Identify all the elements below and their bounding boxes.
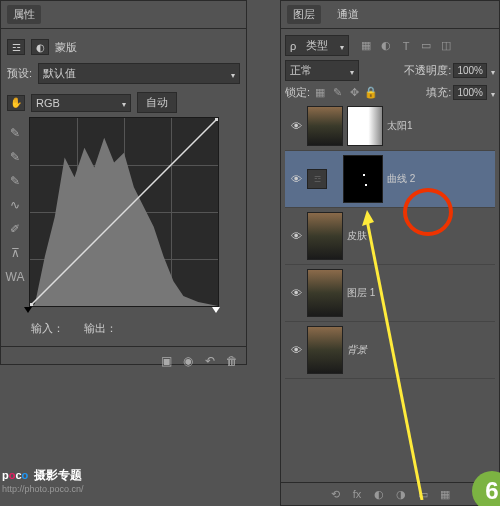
new-adjustment-icon[interactable]: ◑ [394,487,408,501]
link-layers-icon[interactable]: ⟲ [328,487,342,501]
tab-properties[interactable]: 属性 [7,5,41,24]
black-point-handle[interactable] [24,307,32,313]
view-previous-icon[interactable]: ◉ [180,353,196,369]
layer-thumb[interactable] [307,212,343,260]
lock-pixels-icon[interactable]: ✎ [330,86,344,100]
chevron-down-icon [229,68,235,80]
layer-row[interactable]: 👁 ☲ 曲线 2 [285,151,495,208]
curves-graph[interactable] [29,117,219,307]
layer-row[interactable]: 👁 太阳1 [285,102,495,151]
preset-value: 默认值 [43,66,76,81]
hand-icon[interactable]: WA [7,269,23,285]
filter-text-icon[interactable]: T [399,39,413,53]
chevron-down-icon [120,97,126,109]
chevron-down-icon[interactable] [489,65,495,77]
clip-icon[interactable]: ⊼ [7,245,23,261]
eyedropper-icon[interactable]: ✎ [7,125,23,141]
filter-smart-icon[interactable]: ◫ [439,39,453,53]
opacity-value[interactable]: 100% [453,63,487,78]
reset-icon[interactable]: ↶ [202,353,218,369]
add-mask-icon[interactable]: ◐ [372,487,386,501]
watermark: poco 摄影专题 http://photo.poco.cn/ [2,461,84,494]
layer-row[interactable]: 👁 背景 [285,322,495,379]
clip-to-layer-icon[interactable]: ▣ [158,353,174,369]
chevron-down-icon[interactable] [489,87,495,99]
svg-line-1 [30,118,218,306]
visibility-icon[interactable]: 👁 [289,344,303,356]
layer-name[interactable]: 背景 [347,343,491,357]
layer-name[interactable]: 皮肤 [347,229,491,243]
layer-mask-thumb[interactable] [347,106,383,146]
channel-dropdown[interactable]: RGB [31,94,131,112]
visibility-icon[interactable]: 👁 [289,230,303,242]
blend-mode-value: 正常 [290,63,312,78]
properties-panel: 属性 ☲ ◐ 蒙版 预设: 默认值 ✋ RGB 自动 ✎ ✎ [0,0,247,365]
mask-label: 蒙版 [55,40,77,55]
auto-button[interactable]: 自动 [137,92,177,113]
channel-value: RGB [36,97,60,109]
layer-row[interactable]: 👁 图层 1 [285,265,495,322]
new-layer-icon[interactable]: ▦ [438,487,452,501]
filter-pixel-icon[interactable]: ▦ [359,39,373,53]
visibility-icon[interactable]: 👁 [289,287,303,299]
logo: poco 摄影专题 [2,461,84,484]
input-label: 输入： [31,321,64,336]
svg-rect-3 [215,118,218,121]
layers-panel: 图层 通道 ρ类型 ▦ ◐ T ▭ ◫ 正常 不透明度: 100% [280,0,500,506]
svg-rect-2 [30,303,33,306]
blend-mode-dropdown[interactable]: 正常 [285,60,359,81]
tab-layers[interactable]: 图层 [287,5,321,24]
layer-thumb[interactable] [307,269,343,317]
layer-thumb[interactable] [307,326,343,374]
layers-footer: ⟲ fx ◐ ◑ ▭ ▦ [281,482,499,505]
white-point-handle[interactable] [212,307,220,313]
layer-name[interactable]: 图层 1 [347,286,491,300]
fill-label: 填充: [426,85,451,100]
lock-all-icon[interactable]: 🔒 [364,86,378,100]
lock-transparent-icon[interactable]: ▦ [313,86,327,100]
filter-type-value: 类型 [306,38,328,53]
chevron-down-icon [338,40,344,52]
curve-line [30,118,218,306]
curves-adjustment-icon[interactable]: ☲ [7,39,25,55]
preset-label: 预设: [7,66,32,81]
layer-fx-icon[interactable]: fx [350,487,364,501]
black-white-slider[interactable] [27,307,217,317]
properties-header: 属性 [1,1,246,29]
filter-shape-icon[interactable]: ▭ [419,39,433,53]
watermark-url: http://photo.poco.cn/ [2,484,84,494]
filter-type-dropdown[interactable]: ρ类型 [285,35,349,56]
trash-icon[interactable]: 🗑 [224,353,240,369]
properties-footer: ▣ ◉ ↶ 🗑 [1,346,246,375]
fill-value[interactable]: 100% [453,85,487,100]
layer-name[interactable]: 太阳1 [387,119,491,133]
eyedropper-plus-icon[interactable]: ✎ [7,149,23,165]
new-group-icon[interactable]: ▭ [416,487,430,501]
lock-label: 锁定: [285,85,310,100]
mask-icon[interactable]: ◐ [31,39,49,55]
visibility-icon[interactable]: 👁 [289,120,303,132]
pencil-curve-icon[interactable]: ✐ [7,221,23,237]
curves-tool-column: ✎ ✎ ✎ ∿ ✐ ⊼ WA [7,117,25,307]
smooth-curve-icon[interactable]: ∿ [7,197,23,213]
opacity-label: 不透明度: [404,63,451,78]
preset-dropdown[interactable]: 默认值 [38,63,240,84]
layer-row[interactable]: 👁 皮肤 [285,208,495,265]
chevron-down-icon [348,65,354,77]
output-label: 输出： [84,321,117,336]
finger-tool-icon[interactable]: ✋ [7,95,25,111]
lock-position-icon[interactable]: ✥ [347,86,361,100]
eyedropper-minus-icon[interactable]: ✎ [7,173,23,189]
tab-channels[interactable]: 通道 [331,5,365,24]
layer-name[interactable]: 曲线 2 [387,172,491,186]
layer-mask-thumb[interactable] [343,155,383,203]
adjustment-thumb[interactable]: ☲ [307,169,327,189]
layers-header: 图层 通道 [281,1,499,29]
visibility-icon[interactable]: 👁 [289,173,303,185]
layer-thumb[interactable] [307,106,343,146]
filter-adjust-icon[interactable]: ◐ [379,39,393,53]
